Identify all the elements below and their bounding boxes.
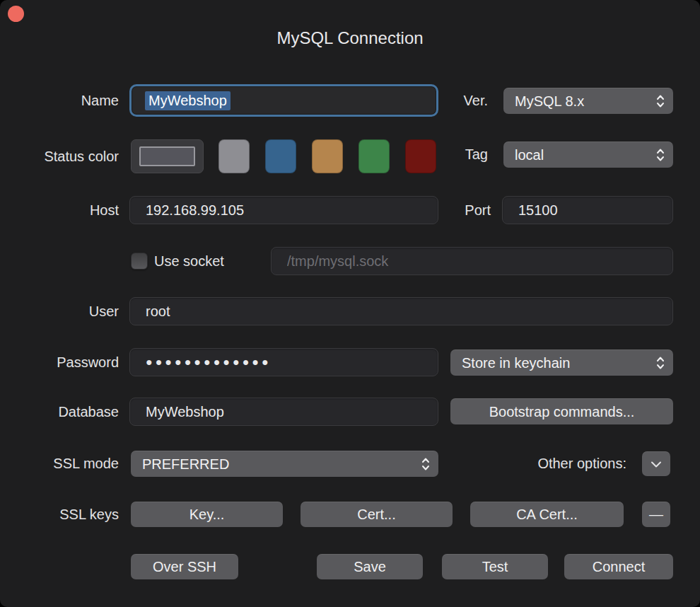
version-select[interactable]: MySQL 8.x bbox=[503, 88, 673, 114]
port-label: Port bbox=[424, 196, 491, 224]
password-input[interactable] bbox=[129, 348, 438, 376]
use-socket-checkbox[interactable] bbox=[131, 253, 148, 270]
database-label: Database bbox=[0, 398, 119, 426]
status-swatch-gray[interactable] bbox=[218, 139, 250, 173]
chevron-updown-icon bbox=[656, 93, 665, 109]
use-socket-label: Use socket bbox=[154, 253, 224, 270]
password-label: Password bbox=[0, 348, 119, 376]
status-color-well[interactable] bbox=[131, 139, 204, 173]
chevron-down-icon bbox=[651, 461, 662, 468]
name-label: Name bbox=[0, 84, 119, 117]
other-options-expand-button[interactable] bbox=[642, 451, 670, 476]
host-input[interactable] bbox=[129, 196, 438, 224]
other-options-label: Other options: bbox=[488, 451, 626, 476]
chevron-updown-icon bbox=[656, 355, 665, 371]
status-swatch-green[interactable] bbox=[358, 139, 390, 173]
connect-button[interactable]: Connect bbox=[564, 554, 673, 579]
ssl-mode-select[interactable]: PREFERRED bbox=[131, 451, 438, 477]
host-label: Host bbox=[0, 196, 119, 224]
user-label: User bbox=[0, 297, 119, 325]
status-swatch-blue[interactable] bbox=[265, 139, 296, 173]
ssl-key-button[interactable]: Key... bbox=[131, 502, 283, 527]
chevron-updown-icon bbox=[656, 147, 665, 163]
ssl-ca-cert-button[interactable]: CA Cert... bbox=[470, 502, 624, 527]
dialog-title: MySQL Connection bbox=[0, 28, 700, 48]
status-color-label: Status color bbox=[0, 139, 119, 173]
name-selected-text: MyWebshop bbox=[145, 91, 231, 110]
chevron-updown-icon bbox=[421, 456, 430, 472]
version-label: Ver. bbox=[424, 88, 488, 114]
port-input[interactable] bbox=[502, 196, 673, 224]
ssl-keys-clear-button[interactable]: — bbox=[642, 502, 670, 527]
keychain-value: Store in keychain bbox=[462, 355, 570, 371]
status-color-current bbox=[139, 146, 195, 166]
tag-value: local bbox=[515, 147, 544, 163]
database-input[interactable] bbox=[129, 398, 438, 426]
test-button[interactable]: Test bbox=[442, 554, 548, 579]
name-input[interactable]: MyWebshop bbox=[129, 84, 438, 117]
ssl-keys-label: SSL keys bbox=[0, 502, 119, 527]
close-window-button[interactable] bbox=[8, 6, 24, 22]
save-button[interactable]: Save bbox=[317, 554, 423, 579]
ssl-mode-label: SSL mode bbox=[0, 451, 119, 477]
ssl-cert-button[interactable]: Cert... bbox=[301, 502, 453, 527]
tag-select[interactable]: local bbox=[503, 141, 673, 168]
mysql-connection-dialog: MySQL Connection Name MyWebshop Ver. MyS… bbox=[0, 0, 700, 607]
socket-path-input[interactable] bbox=[271, 247, 673, 275]
over-ssh-button[interactable]: Over SSH bbox=[131, 554, 238, 579]
bootstrap-commands-button[interactable]: Bootstrap commands... bbox=[450, 398, 673, 424]
version-value: MySQL 8.x bbox=[515, 93, 584, 110]
user-input[interactable] bbox=[129, 297, 673, 325]
tag-label: Tag bbox=[424, 141, 488, 168]
ssl-mode-value: PREFERRED bbox=[142, 456, 229, 473]
status-swatch-tan[interactable] bbox=[312, 139, 343, 173]
keychain-select[interactable]: Store in keychain bbox=[450, 349, 673, 376]
